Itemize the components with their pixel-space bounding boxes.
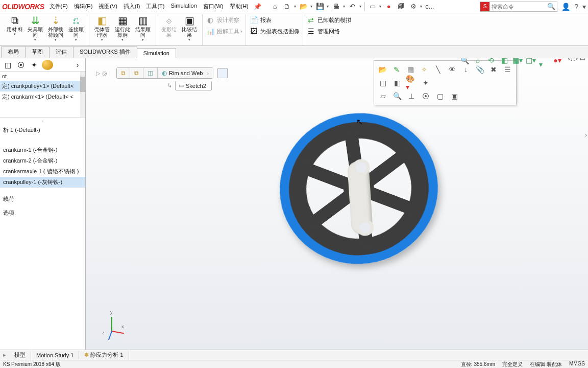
tab-addins[interactable]: SOLIDWORKS 插件 — [73, 46, 137, 58]
hud-prev-icon[interactable]: ⟲ — [486, 58, 496, 65]
rbtn-report-img[interactable]: 🖼为报表包括图像 — [249, 26, 300, 37]
menu-help[interactable]: 帮助(H) — [230, 3, 249, 10]
btab-motion[interactable]: Motion Study 1 — [31, 351, 79, 359]
fm-tree-item[interactable]: 定) crankarm<1> (Default< < — [0, 91, 85, 102]
save-icon[interactable]: 💾 — [315, 2, 325, 11]
rbtn-compare[interactable]: ▣比较结 果▾ — [180, 14, 199, 42]
menu-file[interactable]: 文件(F) — [50, 3, 68, 10]
bc-seg-assembly[interactable]: ⧉ — [117, 68, 130, 78]
ctx-origin-icon[interactable]: ⦿ — [420, 91, 431, 101]
open-icon[interactable]: 📂 — [299, 2, 308, 11]
hud-view-icon[interactable]: ▦▾ — [512, 58, 523, 65]
menu-edit[interactable]: 编辑(E) — [74, 3, 93, 10]
ctx-list-icon[interactable]: ☰ — [502, 64, 513, 75]
fm-tab-1-icon[interactable]: ◫ — [2, 60, 13, 70]
menu-view[interactable]: 视图(V) — [99, 3, 117, 10]
study-part[interactable]: crankarmaxle-1 (-镀铬不锈钢-) — [0, 166, 85, 177]
view-triad[interactable]: y x z — [101, 312, 127, 337]
study-tree[interactable]: 析 1 (-Default-) crankarm-1 (-合金钢-) crank… — [0, 125, 85, 353]
more-icon[interactable]: ▾ — [582, 3, 586, 11]
rbtn-run[interactable]: ▦运行此 算例▾ — [113, 14, 132, 42]
help-icon[interactable]: ? — [574, 3, 578, 11]
ctx-line-icon[interactable]: ╲ — [433, 64, 444, 75]
bc-flag-icon[interactable]: ▷ — [96, 70, 100, 77]
hud-section-icon[interactable]: ◧ — [499, 58, 509, 65]
bc-target-icon[interactable]: ◎ — [102, 70, 107, 77]
hud-hide-icon[interactable]: 👁▾ — [539, 58, 549, 65]
search-input[interactable] — [489, 4, 546, 10]
ctx-arrow-icon[interactable]: ↓ — [460, 64, 471, 75]
tab-simulation[interactable]: Simulation — [137, 48, 176, 58]
rbtn-results[interactable]: ▥结果顾 问▾ — [133, 14, 153, 42]
ctx-open-icon[interactable]: 📂 — [377, 64, 388, 75]
rbtn-connection[interactable]: ⎌连接顾 问▾ — [66, 14, 86, 42]
rbtn-shell[interactable]: ◧壳体管 理器▾ — [92, 14, 112, 42]
status-units[interactable]: MMGS — [569, 361, 585, 368]
fm-scrollbar[interactable] — [80, 72, 85, 117]
rbtn-offloaded[interactable]: ⇄已卸载的模拟 — [306, 14, 351, 26]
ctx-trans-icon[interactable]: ✦ — [420, 78, 431, 88]
study-tail[interactable]: 选项 — [0, 208, 85, 218]
taskpane-prev-icon[interactable]: ◁ — [568, 58, 572, 62]
ctx-axis-icon[interactable]: ⊥ — [406, 91, 417, 101]
bc-seg-part[interactable]: ⧉ — [130, 68, 143, 78]
ctx-edit-icon[interactable]: ✎ — [391, 64, 402, 75]
search-icon[interactable]: 🔍 — [546, 3, 557, 10]
study-part-selected[interactable]: crankpulley-1 (-灰铸铁-) — [0, 177, 85, 188]
fm-tab-3-icon[interactable]: ✦ — [29, 60, 40, 70]
menu-insert[interactable]: 插入(I) — [124, 3, 140, 10]
new-icon[interactable]: 🗋 — [283, 2, 292, 11]
btab-nav-icon[interactable]: ▸ — [0, 352, 9, 358]
study-tail[interactable]: 载荷 — [0, 194, 85, 204]
ctx-normal-icon[interactable]: ▱ — [377, 91, 388, 101]
ctx-zoom-icon[interactable]: 🔍 — [391, 91, 403, 101]
pin-icon[interactable]: 📌 — [254, 3, 261, 10]
study-part[interactable]: crankarm-1 (-合金钢-) — [0, 145, 85, 155]
btab-study[interactable]: ✽ 静应力分析 1 — [79, 350, 129, 360]
bc-seg-body[interactable]: ◫ — [143, 68, 158, 78]
menu-tools[interactable]: 工具(T) — [146, 3, 164, 10]
tab-evaluate[interactable]: 评估 — [49, 46, 74, 58]
taskpane-next-icon[interactable]: ▷ — [574, 58, 578, 62]
ctx-suppress-icon[interactable]: ◧ — [391, 78, 403, 88]
ctx-color-icon[interactable]: 🎨▾ — [406, 78, 417, 88]
taskpane-min-icon[interactable]: ▭ — [580, 58, 585, 62]
ctx-iso-icon[interactable]: ◫ — [377, 78, 388, 88]
settings-icon[interactable]: ⚙ — [409, 2, 418, 11]
hud-appear-icon[interactable]: ●▾ — [552, 58, 562, 65]
rbtn-manage-net[interactable]: ☰管理网络 — [306, 26, 340, 37]
sketch-pill[interactable]: ▭Sketch2 — [175, 81, 212, 90]
panel-expand-icon[interactable]: › — [585, 132, 587, 138]
print-icon[interactable]: 🖶 — [332, 2, 341, 11]
select-icon[interactable]: ▭ — [368, 2, 377, 11]
fm-tree[interactable]: ot 定) crankpulley<1> (Default< 定) cranka… — [0, 72, 85, 118]
tab-layout[interactable]: 布局 — [1, 46, 26, 58]
btab-model[interactable]: 模型 — [9, 350, 31, 360]
ctx-box1-icon[interactable]: ▢ — [434, 91, 446, 101]
study-part[interactable]: crankarm-2 (-合金钢-) — [0, 155, 85, 166]
ctx-box2-icon[interactable]: ▣ — [449, 91, 460, 101]
extra-icon[interactable]: c... — [425, 2, 434, 11]
menu-window[interactable]: 窗口(W) — [203, 3, 224, 10]
fm-tab-4-icon[interactable] — [42, 60, 53, 70]
fm-tree-item[interactable]: 定) crankpulley<1> (Default< — [0, 81, 85, 91]
study-node[interactable]: 析 1 (-Default-) — [0, 125, 85, 135]
tab-sketch[interactable]: 草图 — [25, 46, 50, 58]
hud-display-icon[interactable]: ◫▾ — [526, 58, 536, 65]
ctx-mate-icon[interactable]: ✧ — [419, 64, 430, 75]
fm-expand-icon[interactable]: › — [72, 60, 83, 70]
ctx-config-icon[interactable]: ▦ — [405, 64, 415, 75]
fm-tree-root[interactable]: ot — [0, 72, 85, 81]
ctx-clip-icon[interactable]: 📎 — [474, 64, 485, 75]
graphics-viewport[interactable]: 🔍 ⌕ ⟲ ◧ ▦▾ ◫▾ 👁▾ ●▾ ◁ ▷ ▭ 📂 ✎ ▦ ✧ ╲ — [86, 58, 588, 353]
options-icon[interactable]: 🗐 — [397, 2, 406, 11]
hud-zoomarea-icon[interactable]: ⌕ — [473, 58, 483, 65]
ctx-show-icon[interactable]: 👁 — [447, 64, 457, 75]
rbtn-load[interactable]: ⇣外部载 荷顾问▾ — [46, 14, 65, 42]
rbtn-fixture[interactable]: ⇊夹具顾 问▾ — [26, 14, 45, 42]
rbtn-material[interactable]: ⧉用材 料▾ — [5, 14, 24, 42]
bc-face-icon[interactable] — [217, 68, 228, 78]
hud-zoomfit-icon[interactable]: 🔍 — [459, 58, 470, 65]
fm-tab-2-icon[interactable]: ⦿ — [15, 60, 27, 70]
user-icon[interactable]: 👤 — [561, 3, 570, 11]
